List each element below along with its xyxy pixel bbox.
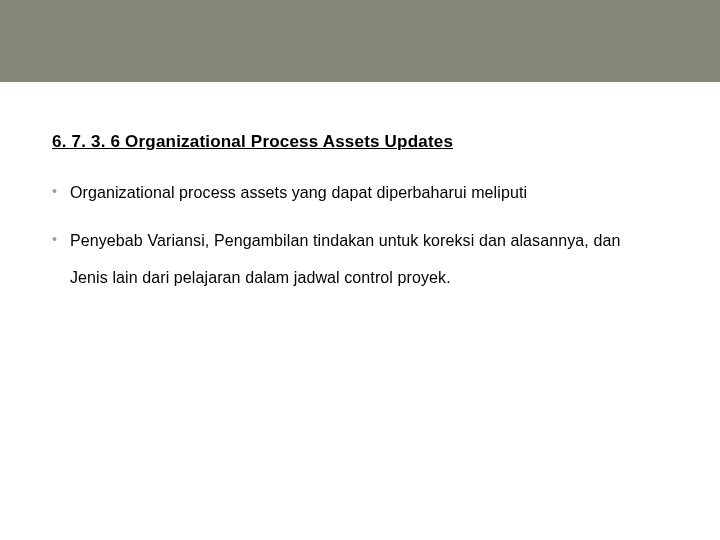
title-bar bbox=[0, 0, 720, 82]
list-item: Penyebab Variansi, Pengambilan tindakan … bbox=[52, 226, 690, 293]
list-item-text: Penyebab Variansi, Pengambilan tindakan … bbox=[70, 232, 620, 249]
list-item-text: Organizational process assets yang dapat… bbox=[70, 184, 527, 201]
slide-content: 6. 7. 3. 6 Organizational Process Assets… bbox=[0, 82, 720, 293]
bullet-list: Organizational process assets yang dapat… bbox=[52, 178, 690, 293]
list-item: Organizational process assets yang dapat… bbox=[52, 178, 690, 208]
list-item-text-cont: Jenis lain dari pelajaran dalam jadwal c… bbox=[70, 263, 690, 293]
section-heading: 6. 7. 3. 6 Organizational Process Assets… bbox=[52, 132, 690, 152]
